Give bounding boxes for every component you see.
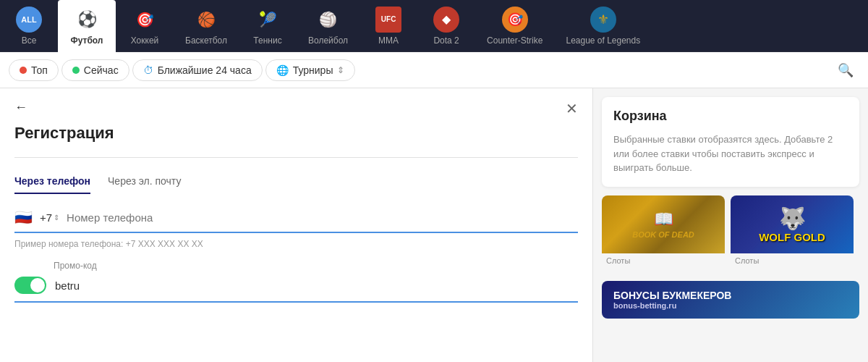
clock-icon: ⏱ — [143, 64, 153, 76]
registration-tabs: Через телефон Через эл. почту — [14, 169, 578, 194]
nav-label-football: Футбол — [70, 35, 103, 46]
bonus-title: БОНУСЫ БУКМЕКЕРОВ — [613, 290, 848, 301]
top-navigation: ALL Все ⚽ Футбол 🎯 Хоккей 🏀 Баскетбол 🎾 … — [0, 0, 868, 52]
top-dot-icon — [20, 67, 27, 74]
nav-item-basketball[interactable]: 🏀 Баскетбол — [174, 0, 239, 52]
basketball-icon: 🏀 — [193, 7, 219, 33]
registration-title: Регистрация — [14, 124, 578, 143]
phone-input-row: 🇷🇺 +7 ⇕ — [14, 209, 578, 233]
nav-item-lol[interactable]: ⚜ League of Legends — [554, 0, 652, 52]
wolf-gold-title: WOLF GOLD — [759, 231, 825, 243]
promo-value-text: betru — [55, 279, 80, 292]
divider — [14, 157, 578, 158]
globe-icon: 🌐 — [276, 64, 289, 76]
promo-code-row: betru — [14, 277, 578, 303]
filter-next24[interactable]: ⏱ Ближайшие 24 часа — [132, 59, 263, 81]
game-cards-row: 📖 BOOK OF DEAD Слоты 🐺 WOLF GOLD Слоты — [602, 195, 859, 275]
filter-now[interactable]: Сейчас — [61, 59, 129, 81]
basket-card: Корзина Выбранные ставки отобразятся зде… — [602, 97, 859, 187]
nav-label-all: Все — [22, 35, 37, 46]
back-button[interactable]: ← — [14, 100, 27, 115]
book-icon: 📖 — [632, 210, 694, 229]
now-dot-icon — [72, 67, 80, 74]
country-code: +7 ⇕ — [40, 211, 59, 224]
cs-icon: 🎯 — [502, 7, 528, 33]
phone-field[interactable] — [67, 211, 578, 224]
volleyball-icon: 🏐 — [315, 7, 341, 33]
right-panel: Корзина Выбранные ставки отобразятся зде… — [593, 88, 868, 362]
nav-item-dota2[interactable]: ◆ Dota 2 — [417, 0, 475, 52]
filter-top-label: Топ — [31, 64, 48, 76]
lol-icon: ⚜ — [590, 7, 616, 33]
mma-icon: UFC — [375, 7, 401, 33]
tab-phone[interactable]: Через телефон — [14, 169, 90, 194]
search-button[interactable]: 🔍 — [832, 59, 859, 81]
filter-next24-label: Ближайшие 24 часа — [158, 64, 252, 76]
filter-top[interactable]: Топ — [9, 59, 59, 81]
chevron-down-icon: ⇕ — [337, 65, 344, 75]
all-icon: ALL — [16, 7, 42, 33]
code-arrow-icon: ⇕ — [54, 214, 59, 222]
book-of-dead-thumbnail: 📖 BOOK OF DEAD — [602, 195, 725, 253]
tennis-icon: 🎾 — [255, 7, 281, 33]
hockey-icon: 🎯 — [132, 7, 158, 33]
main-layout: ← ✕ Регистрация Через телефон Через эл. … — [0, 88, 868, 362]
nav-item-cs[interactable]: 🎯 Counter-Strike — [475, 0, 554, 52]
nav-label-volleyball: Волейбол — [308, 35, 348, 46]
nav-item-mma[interactable]: UFC MMA — [359, 0, 417, 52]
nav-item-football[interactable]: ⚽ Футбол — [58, 0, 116, 52]
promo-toggle[interactable] — [14, 277, 46, 294]
nav-item-all[interactable]: ALL Все — [0, 0, 58, 52]
nav-item-volleyball[interactable]: 🏐 Волейбол — [297, 0, 359, 52]
book-of-dead-label: BOOK OF DEAD — [632, 230, 694, 239]
wolf-gold-thumbnail: 🐺 WOLF GOLD — [731, 195, 854, 253]
flag-icon: 🇷🇺 — [14, 209, 33, 226]
filter-bar: Топ Сейчас ⏱ Ближайшие 24 часа 🌐 Турниры… — [0, 52, 868, 88]
nav-label-cs: Counter-Strike — [487, 35, 542, 46]
nav-label-mma: MMA — [378, 35, 399, 46]
filter-tournaments[interactable]: 🌐 Турниры ⇕ — [265, 59, 356, 81]
nav-label-tennis: Теннис — [253, 35, 281, 46]
nav-label-hockey: Хоккей — [131, 35, 159, 46]
bonus-sub: bonus-betting.ru — [613, 301, 848, 310]
search-icon: 🔍 — [838, 63, 854, 77]
toggle-knob — [30, 278, 45, 292]
wolf-icon: 🐺 — [759, 206, 825, 231]
game-card-wolf-gold[interactable]: 🐺 WOLF GOLD Слоты — [731, 195, 854, 275]
phone-example-text: Пример номера телефона: +7 ХХХ ХХХ ХХ ХХ — [14, 239, 578, 249]
game-label-slots-2: Слоты — [731, 253, 854, 268]
nav-item-hockey[interactable]: 🎯 Хоккей — [116, 0, 174, 52]
dota2-icon: ◆ — [433, 7, 459, 33]
nav-label-basketball: Баскетбол — [185, 35, 227, 46]
nav-item-tennis[interactable]: 🎾 Теннис — [239, 0, 297, 52]
football-icon: ⚽ — [74, 7, 100, 33]
basket-title: Корзина — [613, 109, 848, 124]
promo-code-label: Промо-код — [54, 261, 578, 271]
filter-now-label: Сейчас — [84, 64, 119, 76]
registration-panel: ← ✕ Регистрация Через телефон Через эл. … — [0, 88, 593, 362]
game-label-slots-1: Слоты — [602, 253, 725, 268]
nav-label-dota2: Dota 2 — [433, 35, 459, 46]
game-card-book-of-dead[interactable]: 📖 BOOK OF DEAD Слоты — [602, 195, 725, 275]
nav-label-lol: League of Legends — [566, 35, 640, 46]
bonus-banner[interactable]: БОНУСЫ БУКМЕКЕРОВ bonus-betting.ru — [602, 281, 859, 319]
tab-email[interactable]: Через эл. почту — [108, 169, 181, 194]
filter-tournaments-label: Турниры — [293, 64, 333, 76]
close-button[interactable]: ✕ — [566, 100, 578, 117]
basket-empty-text: Выбранные ставки отобразятся здесь. Доба… — [613, 132, 848, 175]
